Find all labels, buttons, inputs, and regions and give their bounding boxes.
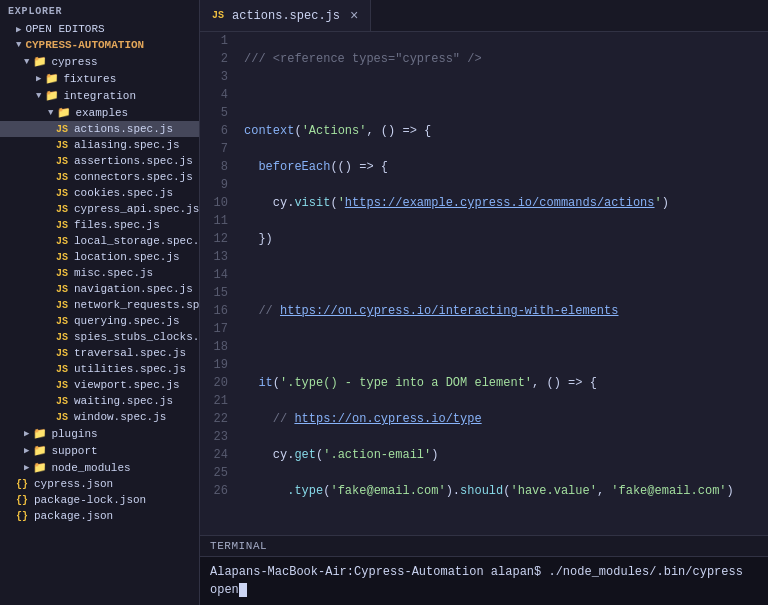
terminal-section: TERMINAL Alapans-MacBook-Air:Cypress-Aut… xyxy=(200,535,768,605)
file-spies-stubs-spec[interactable]: JS spies_stubs_clocks.spec.js xyxy=(0,329,199,345)
file-location-spec[interactable]: JS location.spec.js xyxy=(0,249,199,265)
file-utilities-spec[interactable]: JS utilities.spec.js xyxy=(0,361,199,377)
open-editors-label: OPEN EDITORS xyxy=(25,23,104,35)
folder-examples[interactable]: ▼ 📁 examples xyxy=(0,104,199,121)
file-label-assertions: assertions.spec.js xyxy=(74,155,193,167)
folder-plugins[interactable]: ▶ 📁 plugins xyxy=(0,425,199,442)
ln-13: 13 xyxy=(208,248,228,266)
code-line-14 xyxy=(244,518,760,535)
file-label-connectors: connectors.spec.js xyxy=(74,171,193,183)
terminal-prompt: Alapans-MacBook-Air:Cypress-Automation a… xyxy=(210,565,743,597)
folder-label-cypress: cypress xyxy=(51,56,97,68)
ln-7: 7 xyxy=(208,140,228,158)
file-cypress-api-spec[interactable]: JS cypress_api.spec.js xyxy=(0,201,199,217)
file-label-querying: querying.spec.js xyxy=(74,315,180,327)
editor-area: JS actions.spec.js × 1 2 3 4 5 6 7 8 9 1… xyxy=(200,0,768,605)
file-package-lock-json[interactable]: {} package-lock.json xyxy=(0,492,199,508)
file-label-spies-stubs: spies_stubs_clocks.spec.js xyxy=(74,331,200,343)
code-container[interactable]: 1 2 3 4 5 6 7 8 9 10 11 12 13 14 15 16 1… xyxy=(200,32,768,535)
file-label-actions: actions.spec.js xyxy=(74,123,173,135)
js-icon-cookies: JS xyxy=(56,188,70,199)
arrow-icon-ca: ▼ xyxy=(16,40,21,50)
code-line-10: it('.type() - type into a DOM element', … xyxy=(244,374,760,392)
arrow-plugins: ▶ xyxy=(24,428,29,439)
ln-21: 21 xyxy=(208,392,228,410)
file-cypress-json[interactable]: {} cypress.json xyxy=(0,476,199,492)
file-window-spec[interactable]: JS window.spec.js xyxy=(0,409,199,425)
ln-3: 3 xyxy=(208,68,228,86)
file-label-window: window.spec.js xyxy=(74,411,166,423)
js-icon-connectors: JS xyxy=(56,172,70,183)
folder-label-node-modules: node_modules xyxy=(51,462,130,474)
file-waiting-spec[interactable]: JS waiting.spec.js xyxy=(0,393,199,409)
file-assertions-spec[interactable]: JS assertions.spec.js xyxy=(0,153,199,169)
tab-close-button[interactable]: × xyxy=(350,8,358,24)
js-icon-navigation: JS xyxy=(56,284,70,295)
tab-filename: actions.spec.js xyxy=(232,9,340,23)
file-actions-spec[interactable]: JS actions.spec.js xyxy=(0,121,199,137)
code-line-2 xyxy=(244,86,760,104)
code-line-13: .type('fake@email.com').should('have.val… xyxy=(244,482,760,500)
line-numbers: 1 2 3 4 5 6 7 8 9 10 11 12 13 14 15 16 1… xyxy=(200,32,236,535)
js-icon-waiting: JS xyxy=(56,396,70,407)
open-editors-group[interactable]: ▶ OPEN EDITORS xyxy=(0,21,199,37)
arrow-fixtures: ▶ xyxy=(36,73,41,84)
file-label-cookies: cookies.spec.js xyxy=(74,187,173,199)
ln-14: 14 xyxy=(208,266,228,284)
js-icon-local-storage: JS xyxy=(56,236,70,247)
file-label-local-storage: local_storage.spec.js xyxy=(74,235,200,247)
folder-icon-fixtures: 📁 xyxy=(45,72,59,85)
arrow-examples: ▼ xyxy=(48,108,53,118)
file-aliasing-spec[interactable]: JS aliasing.spec.js xyxy=(0,137,199,153)
arrow-icon: ▶ xyxy=(16,24,21,35)
file-label-traversal: traversal.spec.js xyxy=(74,347,186,359)
folder-integration[interactable]: ▼ 📁 integration xyxy=(0,87,199,104)
ln-26: 26 xyxy=(208,482,228,500)
code-line-8: // https://on.cypress.io/interacting-wit… xyxy=(244,302,760,320)
js-icon-aliasing: JS xyxy=(56,140,70,151)
file-label-navigation: navigation.spec.js xyxy=(74,283,193,295)
arrow-integration: ▼ xyxy=(36,91,41,101)
js-icon-traversal: JS xyxy=(56,348,70,359)
file-viewport-spec[interactable]: JS viewport.spec.js xyxy=(0,377,199,393)
folder-icon-support: 📁 xyxy=(33,444,47,457)
folder-label-support: support xyxy=(51,445,97,457)
file-network-requests-spec[interactable]: JS network_requests.spec.js xyxy=(0,297,199,313)
file-querying-spec[interactable]: JS querying.spec.js xyxy=(0,313,199,329)
file-cookies-spec[interactable]: JS cookies.spec.js xyxy=(0,185,199,201)
file-label-package-json: package.json xyxy=(34,510,113,522)
arrow-node-modules: ▶ xyxy=(24,462,29,473)
code-line-9 xyxy=(244,338,760,356)
folder-icon-cypress: 📁 xyxy=(33,55,47,68)
ln-4: 4 xyxy=(208,86,228,104)
file-traversal-spec[interactable]: JS traversal.spec.js xyxy=(0,345,199,361)
file-label-files: files.spec.js xyxy=(74,219,160,231)
ln-8: 8 xyxy=(208,158,228,176)
file-package-json[interactable]: {} package.json xyxy=(0,508,199,524)
file-label-package-lock-json: package-lock.json xyxy=(34,494,146,506)
folder-icon-plugins: 📁 xyxy=(33,427,47,440)
file-misc-spec[interactable]: JS misc.spec.js xyxy=(0,265,199,281)
tab-actions-spec[interactable]: JS actions.spec.js × xyxy=(200,0,371,31)
folder-node-modules[interactable]: ▶ 📁 node_modules xyxy=(0,459,199,476)
folder-fixtures[interactable]: ▶ 📁 fixtures xyxy=(0,70,199,87)
folder-cypress[interactable]: ▼ 📁 cypress xyxy=(0,53,199,70)
js-icon-cypress-api: JS xyxy=(56,204,70,215)
ln-19: 19 xyxy=(208,356,228,374)
ln-10: 10 xyxy=(208,194,228,212)
folder-support[interactable]: ▶ 📁 support xyxy=(0,442,199,459)
cypress-automation-group[interactable]: ▼ CYPRESS-AUTOMATION xyxy=(0,37,199,53)
ln-20: 20 xyxy=(208,374,228,392)
terminal-content[interactable]: Alapans-MacBook-Air:Cypress-Automation a… xyxy=(200,557,768,605)
ln-24: 24 xyxy=(208,446,228,464)
file-files-spec[interactable]: JS files.spec.js xyxy=(0,217,199,233)
js-icon-assertions: JS xyxy=(56,156,70,167)
file-navigation-spec[interactable]: JS navigation.spec.js xyxy=(0,281,199,297)
json-icon-package: {} xyxy=(16,511,30,522)
folder-icon-examples: 📁 xyxy=(57,106,71,119)
code-editor[interactable]: /// <reference types="cypress" /> contex… xyxy=(236,32,768,535)
file-local-storage-spec[interactable]: JS local_storage.spec.js xyxy=(0,233,199,249)
file-label-aliasing: aliasing.spec.js xyxy=(74,139,180,151)
js-icon-utilities: JS xyxy=(56,364,70,375)
file-connectors-spec[interactable]: JS connectors.spec.js xyxy=(0,169,199,185)
